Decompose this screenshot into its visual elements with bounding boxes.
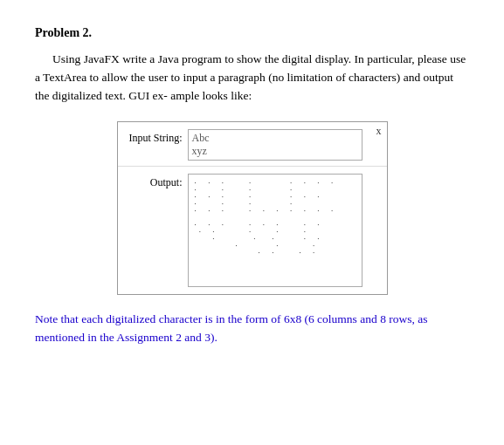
output-row: Output: · · · · · · · · · · · · · · · · … bbox=[118, 167, 387, 294]
dot-display: · · · · · · · · · · · · · · · · · · · · … bbox=[194, 180, 335, 257]
note-paragraph: Note that each digitalized character is … bbox=[35, 311, 469, 347]
close-icon[interactable]: x bbox=[376, 125, 382, 138]
problem-title: Problem 2. bbox=[35, 26, 469, 40]
output-display-area: · · · · · · · · · · · · · · · · · · · · … bbox=[188, 174, 362, 287]
note-and: and bbox=[360, 312, 377, 325]
input-row: Input String: Abc xyz bbox=[118, 122, 387, 167]
problem-description: Using JavaFX write a Java program to sho… bbox=[35, 51, 469, 106]
output-label: Output: bbox=[125, 174, 188, 189]
gui-window: x Input String: Abc xyz Output: · · · · … bbox=[117, 121, 388, 295]
input-textarea[interactable]: Abc xyz bbox=[188, 129, 362, 161]
input-string-label: Input String: bbox=[125, 129, 188, 145]
